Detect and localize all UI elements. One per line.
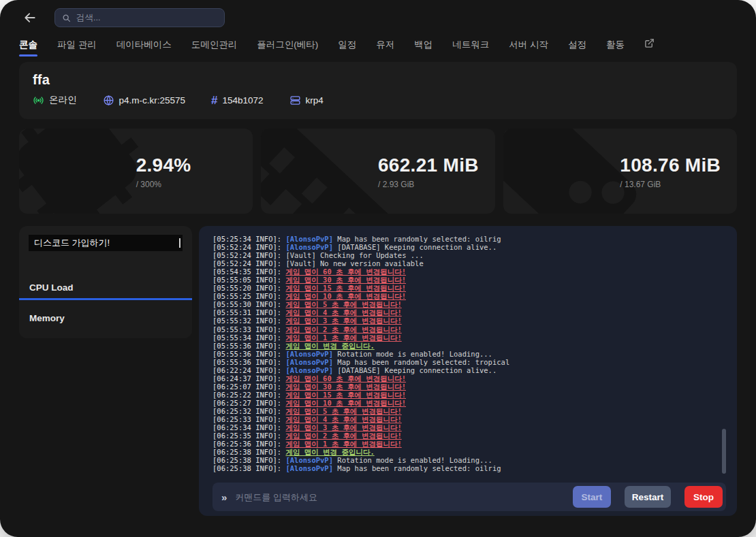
disk-stat-card: 108.76 MiB / 13.67 GiB — [503, 129, 737, 214]
console-line: [06:25:07 INFO]: 게임 맵이 30 초 후에 변경됩니다! — [212, 383, 726, 391]
console-panel: [05:25:34 INFO]: [AlonsoPvP] Map has bee… — [199, 226, 737, 516]
chevrons-right-icon: » — [221, 492, 227, 502]
server-name: ffa — [33, 72, 723, 88]
topbar: 검색... — [0, 0, 756, 27]
start-button[interactable]: Start — [573, 486, 611, 508]
hash-icon: # — [211, 95, 217, 106]
memory-stat-text: 662.21 MiB / 2.93 GiB — [378, 154, 479, 189]
disk-usage-value: 108.76 MiB — [620, 154, 721, 176]
server-node: krp4 — [289, 95, 324, 106]
external-link-icon[interactable] — [644, 38, 655, 59]
console-line: [06:25:38 INFO]: [AlonsoPvP] Map has bee… — [212, 464, 726, 472]
console-line: [05:55:36 INFO]: 게임 맵이 변경 중입니다. — [212, 342, 726, 350]
server-status: 온라인 — [33, 94, 77, 106]
server-meta-row: 온라인 p4.m-c.kr:25575 # 154b1072 krp4 — [33, 94, 723, 106]
stats-row: 2.94% / 300% 662.21 MiB / 2.93 GiB 108.7… — [19, 129, 737, 214]
discord-banner-caret — [179, 238, 180, 248]
console-scrollbar[interactable] — [722, 429, 726, 474]
disk-stat-text: 108.76 MiB / 13.67 GiB — [620, 154, 721, 189]
tab-schedules[interactable]: 일정 — [338, 39, 356, 59]
cpu-limit: / 300% — [136, 179, 191, 189]
console-line: [05:55:34 INFO]: 게임 맵이 1 초 후에 변경됩니다! — [212, 333, 726, 342]
globe-icon — [103, 95, 114, 106]
memory-title: Memory — [19, 313, 192, 323]
cpu-load-title: CPU Load — [19, 282, 192, 293]
tab-network[interactable]: 네트워크 — [452, 39, 489, 59]
console-line: [05:55:33 INFO]: 게임 맵이 2 초 후에 변경됩니다! — [212, 325, 726, 333]
tab-databases[interactable]: 데이타베이스 — [116, 39, 172, 59]
cpu-usage-value: 2.94% — [136, 154, 191, 176]
console-line: [06:25:22 INFO]: 게임 맵이 15 초 후에 변경됩니다! — [212, 391, 726, 399]
tab-activity[interactable]: 활동 — [606, 39, 625, 59]
console-log[interactable]: [05:25:34 INFO]: [AlonsoPvP] Map has bee… — [212, 235, 726, 476]
arrow-left-icon — [23, 11, 37, 25]
memory-usage-value: 662.21 MiB — [378, 154, 479, 176]
server-status-label: 온라인 — [49, 94, 77, 106]
console-line: [05:25:34 INFO]: [AlonsoPvP] Map has bee… — [212, 235, 726, 243]
console-line: [05:54:35 INFO]: 게임 맵이 60 초 후에 변경됩니다! — [212, 267, 726, 276]
nav-tabs: 콘솔파일 관리데이타베이스도메인관리플러그인(베타)일정유저백업네트워크서버 시… — [0, 27, 756, 59]
search-icon — [62, 14, 71, 22]
console-line: [06:25:34 INFO]: 게임 맵이 3 초 후에 변경됩니다! — [212, 423, 726, 432]
console-line: [05:55:36 INFO]: [AlonsoPvP] Map has bee… — [212, 358, 726, 366]
server-node-value: krp4 — [306, 95, 324, 105]
tab-backups[interactable]: 백업 — [414, 39, 432, 59]
bottom-row: 디스코드 가입하기! CPU Load Memory [05:25:34 INF… — [19, 226, 737, 516]
console-line: [06:25:38 INFO]: 게임 맵이 변경 중입니다. — [212, 448, 726, 456]
server-stack-icon — [289, 95, 301, 106]
server-id-value: 154b1072 — [223, 95, 264, 105]
search-input[interactable]: 검색... — [54, 8, 225, 27]
console-line: [05:55:36 INFO]: [AlonsoPvP] Rotation mo… — [212, 350, 726, 358]
console-line: [06:22:24 INFO]: [AlonsoPvP] [DATABASE] … — [212, 366, 726, 374]
console-line: [05:55:25 INFO]: 게임 맵이 10 초 후에 변경됩니다! — [212, 292, 726, 300]
stop-button[interactable]: Stop — [684, 486, 723, 508]
console-line: [06:25:38 INFO]: [AlonsoPvP] Rotation mo… — [212, 456, 726, 464]
console-line: [05:52:24 INFO]: [Vault] No new version … — [212, 259, 726, 267]
server-address: p4.m-c.kr:25575 — [103, 95, 186, 106]
app-window: 검색... 콘솔파일 관리데이타베이스도메인관리플러그인(베타)일정유저백업네트… — [0, 0, 756, 537]
cpu-stat-text: 2.94% / 300% — [136, 154, 191, 189]
console-line: [06:25:35 INFO]: 게임 맵이 2 초 후에 변경됩니다! — [212, 432, 726, 440]
console-line: [05:55:20 INFO]: 게임 맵이 15 초 후에 변경됩니다! — [212, 284, 726, 292]
search-placeholder: 검색... — [76, 12, 100, 24]
console-line: [06:25:36 INFO]: 게임 맵이 1 초 후에 변경됩니다! — [212, 440, 726, 448]
tab-console[interactable]: 콘솔 — [19, 39, 37, 59]
online-signal-icon — [33, 95, 44, 106]
tab-domains[interactable]: 도메인관리 — [191, 39, 238, 59]
restart-button[interactable]: Restart — [625, 486, 671, 508]
disk-limit: / 13.67 GiB — [620, 179, 721, 189]
console-line: [05:55:05 INFO]: 게임 맵이 30 초 후에 변경됩니다! — [212, 276, 726, 284]
console-line: [05:52:24 INFO]: [AlonsoPvP] [DATABASE] … — [212, 243, 726, 251]
command-bar: » Start Restart Stop — [212, 483, 726, 511]
console-line: [06:24:37 INFO]: 게임 맵이 60 초 후에 변경됩니다! — [212, 374, 726, 383]
memory-stat-card: 662.21 MiB / 2.93 GiB — [261, 129, 494, 214]
discord-banner[interactable]: 디스코드 가입하기! — [29, 235, 183, 251]
back-button[interactable] — [23, 10, 38, 25]
tab-startup[interactable]: 서버 시작 — [509, 39, 548, 59]
tab-plugins[interactable]: 플러그인(베타) — [257, 39, 318, 59]
memory-limit: / 2.93 GiB — [378, 179, 479, 189]
tab-settings[interactable]: 설정 — [568, 39, 586, 59]
server-info-card: ffa 온라인 p4.m-c.kr:25575 # 154b1072 — [19, 62, 737, 119]
cpu-stat-card: 2.94% / 300% — [19, 129, 253, 214]
command-input[interactable] — [235, 492, 565, 502]
server-address-value: p4.m-c.kr:25575 — [119, 95, 186, 105]
memory-section: Memory — [19, 300, 192, 338]
tab-files[interactable]: 파일 관리 — [57, 39, 97, 59]
console-line: [05:55:30 INFO]: 게임 맵이 5 초 후에 변경됩니다! — [212, 300, 726, 308]
cpu-load-section: CPU Load — [19, 282, 192, 300]
console-line: [06:25:32 INFO]: 게임 맵이 5 초 후에 변경됩니다! — [212, 407, 726, 415]
nav-tab-list: 콘솔파일 관리데이타베이스도메인관리플러그인(베타)일정유저백업네트워크서버 시… — [19, 39, 625, 59]
console-line: [05:55:32 INFO]: 게임 맵이 3 초 후에 변경됩니다! — [212, 316, 726, 325]
console-line: [06:25:33 INFO]: 게임 맵이 4 초 후에 변경됩니다! — [212, 415, 726, 423]
console-line: [05:52:24 INFO]: [Vault] Checking for Up… — [212, 251, 726, 259]
server-id: # 154b1072 — [211, 95, 264, 106]
tab-users[interactable]: 유저 — [376, 39, 394, 59]
console-line: [05:55:31 INFO]: 게임 맵이 4 초 후에 변경됩니다! — [212, 308, 726, 316]
sidebar-panel: 디스코드 가입하기! CPU Load Memory — [19, 226, 192, 338]
console-line: [06:25:27 INFO]: 게임 맵이 10 초 후에 변경됩니다! — [212, 399, 726, 407]
